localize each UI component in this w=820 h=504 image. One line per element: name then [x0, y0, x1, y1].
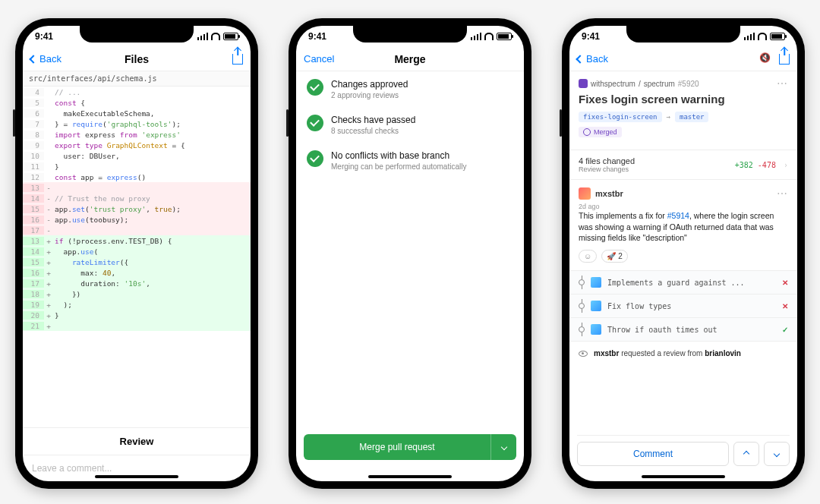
- code-line: 7} = require('graphql-tools');: [23, 118, 251, 129]
- code-line: 14-// Trust the now proxy: [23, 193, 251, 203]
- avatar: [591, 324, 601, 335]
- check-icon: [307, 115, 323, 131]
- code-line: 11}: [23, 161, 251, 172]
- merge-check-item: Checks have passed8 successful checks: [296, 107, 524, 143]
- merge-check-item: Changes approved2 approving reviews: [296, 71, 524, 107]
- back-label: Back: [39, 53, 62, 65]
- branch-row: fixes-login-screen → master: [579, 112, 788, 122]
- code-line: 9export type GraphQLContext = {: [23, 140, 251, 150]
- battery-icon: [223, 33, 238, 40]
- more-icon[interactable]: ⋯: [777, 77, 788, 90]
- commit-row[interactable]: Fix flow types✕: [569, 294, 797, 317]
- home-indicator: [642, 475, 725, 478]
- avatar[interactable]: [579, 187, 591, 200]
- commit-row[interactable]: Implements a guard against ...✕: [569, 270, 797, 294]
- breadcrumb[interactable]: withspectrum / spectrum #5920 ⋯: [579, 77, 788, 90]
- home-indicator: [368, 475, 452, 478]
- cancel-button[interactable]: Cancel: [304, 53, 357, 65]
- pr-comment: mxstbr ⋯ 2d ago This implements a fix fo…: [569, 180, 797, 270]
- battery-icon: [770, 33, 785, 40]
- merge-check-item: No conflicts with base branchMerging can…: [296, 143, 524, 178]
- chevron-left-icon: [576, 55, 584, 63]
- code-line: 16-app.use(toobusy);: [23, 214, 251, 225]
- issue-link[interactable]: #5914: [667, 211, 689, 220]
- signal-icon: [744, 33, 755, 40]
- reaction-rocket[interactable]: 🚀 2: [601, 250, 628, 263]
- diffstat: +382 -478 ›: [735, 161, 788, 169]
- review-request: mxstbr requested a review from brianlovi…: [569, 341, 797, 365]
- code-line: 18+ }): [23, 288, 251, 299]
- code-line: 8import express from 'express': [23, 129, 251, 140]
- merged-badge: Merged: [579, 127, 622, 137]
- check-icon: [307, 150, 323, 167]
- repo-icon: [579, 79, 588, 88]
- code-line: 19+ );: [23, 299, 251, 310]
- files-changed-row[interactable]: 4 files changed Review changes +382 -478…: [569, 150, 797, 180]
- add-reaction-button[interactable]: ☺: [579, 250, 597, 263]
- share-icon[interactable]: [232, 54, 243, 65]
- files-changed-title: 4 files changed: [579, 156, 635, 165]
- review-button[interactable]: Review: [23, 428, 251, 455]
- battery-icon: [497, 33, 512, 40]
- check-icon: [307, 79, 323, 96]
- mute-icon[interactable]: [761, 54, 771, 65]
- code-line: 15+ rateLimiter({: [23, 257, 251, 267]
- code-line: 20+}: [23, 310, 251, 320]
- code-line: 21+: [23, 320, 251, 331]
- code-line: 5const {: [23, 97, 251, 108]
- back-label: Back: [586, 53, 608, 65]
- back-button[interactable]: Back: [577, 53, 630, 65]
- commit-row[interactable]: Throw if oauth times out✓: [569, 317, 797, 341]
- home-indicator: [95, 475, 178, 478]
- prev-button[interactable]: [733, 442, 759, 466]
- code-line: 10 user: DBUser,: [23, 150, 251, 161]
- diff-view: 4// ...5const {6 makeExecutableSchema,7}…: [23, 87, 251, 331]
- chevron-up-icon: [743, 451, 749, 457]
- file-path: src/interfaces/api/schema.js: [23, 71, 251, 87]
- head-branch[interactable]: fixes-login-screen: [579, 112, 662, 122]
- pr-title: Fixes login screen warning: [579, 93, 788, 106]
- comment-body: This implements a fix for #5914, where t…: [579, 210, 788, 244]
- page-title: Files: [125, 53, 149, 65]
- code-line: 16+ max: 40,: [23, 267, 251, 278]
- status-time: 9:41: [582, 31, 600, 42]
- status-time: 9:41: [308, 31, 326, 42]
- comment-author[interactable]: mxstbr: [595, 189, 623, 198]
- chevron-left-icon: [29, 55, 37, 63]
- comment-button[interactable]: Comment: [577, 442, 729, 466]
- base-branch[interactable]: master: [675, 112, 709, 122]
- page-title: Merge: [394, 53, 425, 65]
- commit-icon: [579, 279, 585, 285]
- code-line: 6 makeExecutableSchema,: [23, 108, 251, 118]
- merge-pr-button[interactable]: Merge pull request: [304, 434, 490, 460]
- avatar: [591, 301, 601, 311]
- comment-time: 2d ago: [579, 203, 788, 210]
- commit-icon: [579, 326, 585, 332]
- signal-icon: [471, 33, 481, 40]
- avatar: [591, 277, 601, 288]
- cancel-label: Cancel: [304, 53, 334, 65]
- code-line: 4// ...: [23, 87, 251, 97]
- code-line: 14+ app.use(: [23, 246, 251, 257]
- code-line: 15-app.set('trust proxy', true);: [23, 203, 251, 214]
- wifi-icon: [758, 33, 767, 40]
- code-line: 12const app = express(): [23, 172, 251, 182]
- commit-icon: [579, 303, 585, 309]
- files-changed-sub: Review changes: [579, 165, 635, 173]
- more-icon[interactable]: ⋯: [777, 187, 788, 200]
- share-icon[interactable]: [779, 54, 790, 65]
- arrow-icon: →: [667, 113, 670, 121]
- chevron-down-icon: [774, 451, 780, 457]
- code-line: 13-: [23, 182, 251, 193]
- wifi-icon: [211, 33, 220, 40]
- chevron-down-icon: [500, 444, 506, 450]
- next-button[interactable]: [764, 442, 790, 466]
- signal-icon: [197, 33, 208, 40]
- back-button[interactable]: Back: [30, 53, 84, 65]
- code-line: 17+ duration: '10s',: [23, 278, 251, 288]
- status-time: 9:41: [35, 31, 53, 42]
- code-line: 17-: [23, 225, 251, 235]
- code-line: 13+if (!process.env.TEST_DB) {: [23, 235, 251, 246]
- wifi-icon: [484, 33, 494, 40]
- merge-dropdown-button[interactable]: [490, 434, 516, 460]
